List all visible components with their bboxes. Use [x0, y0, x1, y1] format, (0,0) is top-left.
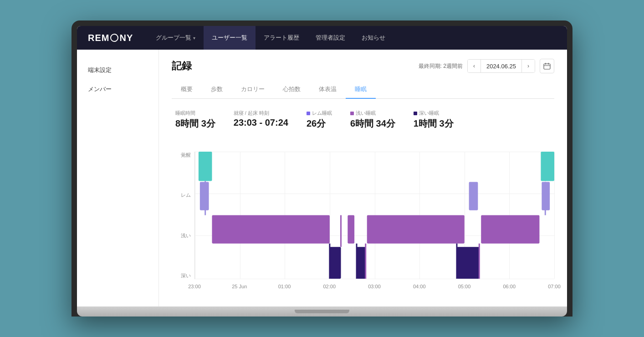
- light-dot-icon: [350, 112, 354, 115]
- x-label-0600: 06:00: [503, 284, 516, 289]
- x-label-0100: 01:00: [278, 284, 291, 289]
- nav-items: グループ一覧 ▾ ユーザー一覧 アラート履歴 管理者設定 お知らせ: [148, 26, 556, 50]
- y-label-rem: レム: [172, 192, 194, 199]
- stat-bedtime: 就寝 / 起床 時刻 23:03 - 07:24: [234, 110, 288, 130]
- tabs-container: 概要 歩数 カロリー 心拍数 体表温 睡眠: [172, 81, 554, 99]
- awake-bar-2: [541, 152, 554, 181]
- nav-groups-label: グループ一覧: [156, 34, 191, 42]
- tab-heartrate[interactable]: 心拍数: [274, 81, 310, 99]
- stat-label-bedtime: 就寝 / 起床 時刻: [234, 110, 288, 117]
- stat-label-deep: 深い睡眠: [414, 110, 454, 117]
- sleep-chart-container: 覚醒 レム 浅い 深い: [172, 143, 554, 297]
- nav-item-alerts[interactable]: アラート履歴: [256, 26, 307, 50]
- svg-rect-0: [544, 64, 550, 69]
- date-controls: 最終同期: 2週間前 ‹ 2024.06.25 ›: [419, 59, 554, 73]
- tab-bodytemp[interactable]: 体表温: [310, 81, 346, 99]
- main-layout: 端末設定 メンバー 記録 最終同期: 2週間前 ‹ 2024.06.25: [77, 50, 567, 306]
- stat-value-rem: 26分: [307, 117, 332, 130]
- nav-alerts-label: アラート履歴: [264, 34, 299, 42]
- nav-item-news[interactable]: お知らせ: [353, 26, 394, 50]
- x-label-0300: 03:00: [368, 284, 381, 289]
- rem-bar-1: [200, 182, 209, 210]
- stat-label-light: 浅い睡眠: [350, 110, 395, 117]
- date-nav: ‹ 2024.06.25 ›: [467, 59, 535, 73]
- y-label-awake: 覚醒: [172, 152, 194, 158]
- x-label-0200: 02:00: [323, 284, 336, 289]
- stat-value-deep: 1時間 3分: [414, 117, 454, 130]
- sidebar-item-members[interactable]: メンバー: [77, 80, 158, 99]
- x-axis-labels: 23:00 25 Jun 01:00 02:00 03:00 04:00 05:…: [194, 281, 554, 297]
- laptop-screen: REMNY グループ一覧 ▾ ユーザー一覧 アラート履歴 管理者設定 お知らせ: [77, 26, 567, 306]
- deep-bar-3: [457, 247, 479, 279]
- tab-calories[interactable]: カロリー: [232, 81, 274, 99]
- calendar-icon: [543, 62, 551, 70]
- light-bar-small: [348, 215, 354, 244]
- page-title: 記録: [172, 59, 192, 73]
- stats-row: 睡眠時間 8時間 3分 就寝 / 起床 時刻 23:03 - 07:24 レム睡…: [172, 110, 554, 130]
- prev-date-button[interactable]: ‹: [468, 60, 480, 72]
- stat-value-bedtime: 23:03 - 07:24: [234, 117, 288, 128]
- main-content: 記録 最終同期: 2週間前 ‹ 2024.06.25 ›: [159, 50, 567, 306]
- calendar-button[interactable]: [540, 59, 554, 73]
- nav-users-label: ユーザー一覧: [212, 34, 247, 42]
- light-bar-2: [367, 215, 465, 244]
- laptop-outer: REMNY グループ一覧 ▾ ユーザー一覧 アラート履歴 管理者設定 お知らせ: [72, 20, 572, 317]
- nav-news-label: お知らせ: [362, 34, 385, 42]
- deep-dot-icon: [414, 112, 417, 115]
- app-logo: REMNY: [88, 33, 133, 43]
- stat-sleep-duration: 睡眠時間 8時間 3分: [175, 110, 215, 130]
- stat-rem: レム睡眠 26分: [307, 110, 332, 130]
- navbar: REMNY グループ一覧 ▾ ユーザー一覧 アラート履歴 管理者設定 お知らせ: [77, 26, 567, 50]
- nav-item-users[interactable]: ユーザー一覧: [204, 26, 256, 50]
- sidebar-item-device[interactable]: 端末設定: [77, 61, 158, 80]
- dropdown-arrow-icon: ▾: [193, 36, 195, 41]
- sleep-bars-svg: [195, 152, 554, 279]
- deep-bar-2: [357, 247, 366, 279]
- x-label-0700: 07:00: [548, 284, 561, 289]
- chart-inner-area: [194, 152, 554, 279]
- light-bar-1: [212, 215, 329, 244]
- stat-deep: 深い睡眠 1時間 3分: [414, 110, 454, 130]
- stat-value-duration: 8時間 3分: [175, 117, 215, 130]
- grid-vline-8: [554, 152, 555, 279]
- y-axis-labels: 覚醒 レム 浅い 深い: [172, 152, 194, 279]
- x-label-2300: 23:00: [188, 284, 201, 289]
- laptop-notch: [295, 310, 349, 313]
- stat-label-duration: 睡眠時間: [175, 110, 215, 117]
- grid-line-3: [195, 279, 554, 279]
- tab-sleep[interactable]: 睡眠: [346, 81, 376, 99]
- last-sync-text: 最終同期: 2週間前: [419, 62, 463, 70]
- date-display: 2024.06.25: [480, 60, 522, 72]
- light-bar-3: [481, 215, 539, 244]
- laptop-base: [77, 306, 567, 317]
- x-label-0400: 04:00: [413, 284, 426, 289]
- logo-circle-icon: [110, 34, 118, 42]
- rem-dot-icon: [307, 112, 310, 115]
- stat-light: 浅い睡眠 6時間 34分: [350, 110, 395, 130]
- tab-steps[interactable]: 歩数: [202, 81, 232, 99]
- stat-label-rem: レム睡眠: [307, 110, 332, 117]
- nav-admin-label: 管理者設定: [316, 34, 345, 42]
- x-label-0500: 05:00: [458, 284, 471, 289]
- nav-item-admin[interactable]: 管理者設定: [307, 26, 353, 50]
- sidebar: 端末設定 メンバー: [77, 50, 159, 306]
- next-date-button[interactable]: ›: [522, 60, 535, 72]
- y-label-light: 浅い: [172, 232, 194, 239]
- rem-bar-2: [469, 182, 478, 210]
- awake-bar-1: [199, 152, 212, 181]
- deep-bar-1: [330, 247, 341, 279]
- nav-item-groups[interactable]: グループ一覧 ▾: [148, 26, 204, 50]
- x-label-25jun: 25 Jun: [232, 284, 247, 289]
- y-label-deep: 深い: [172, 272, 194, 279]
- content-header: 記録 最終同期: 2週間前 ‹ 2024.06.25 ›: [172, 59, 554, 73]
- stat-value-light: 6時間 34分: [350, 117, 395, 130]
- tab-overview[interactable]: 概要: [172, 81, 202, 99]
